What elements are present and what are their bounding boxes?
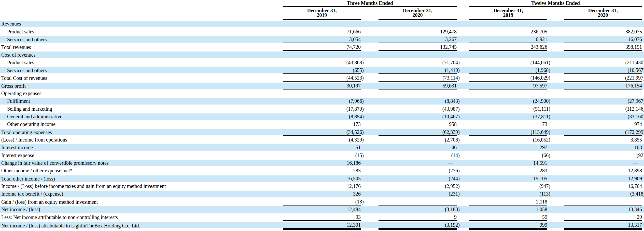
cell-value: 398,151 — [625, 44, 642, 50]
table-row: Gross profit30,19759,63197,597176,154 — [0, 83, 644, 89]
value-cell: 132,745 — [379, 44, 457, 51]
value-cell: (10,467) — [379, 113, 457, 120]
value-cell: 46 — [379, 144, 457, 151]
row-label: Gain / (loss) from an equity method inve… — [0, 199, 283, 205]
value-cell: (3,183) — [379, 206, 457, 213]
cell-value: — — [633, 199, 638, 205]
cell-value: 974 — [634, 121, 642, 127]
value-cell: (37,811) — [469, 113, 547, 120]
table-row: Other income / other expense, net*283(27… — [0, 168, 644, 174]
value-cell: (43,987) — [379, 106, 457, 112]
table-row: Other operating income173958173974 — [0, 121, 644, 127]
cell-value: 3,054 — [349, 36, 361, 43]
value-cell: 398,151 — [564, 44, 642, 51]
column-header-dec-31-2019-3m: December 31, 2019 — [283, 7, 361, 20]
column-header-dec-31-2020-3m: December 31, 2020 — [379, 7, 457, 20]
value-cell: (24,900) — [469, 98, 547, 104]
cell-value: (73,114) — [442, 75, 460, 81]
value-cell: (113,649) — [469, 129, 547, 136]
value-cell: (947) — [469, 183, 547, 189]
row-label: Gross profit — [0, 83, 283, 89]
row-label: Interest expense — [0, 152, 283, 159]
value-cell: 59,631 — [379, 83, 457, 89]
table-row: (Loss) / Income from operations(4,329)(2… — [0, 137, 644, 143]
row-label: Services and others — [0, 36, 283, 43]
cell-value: 129,478 — [440, 29, 457, 35]
row-label: Income tax benefit / (expense) — [0, 191, 283, 197]
value-cell: 3,855 — [564, 137, 642, 143]
value-cell: (1,968) — [469, 67, 547, 74]
header-column-row: December 31, 2019 December 31, 2020 Dece… — [0, 7, 644, 20]
cell-value: (1,968) — [536, 67, 550, 73]
value-cell: 974 — [564, 121, 642, 127]
cell-value: 93 — [356, 214, 361, 220]
cell-value: 16,186 — [347, 160, 361, 166]
value-cell: 15,105 — [469, 175, 547, 182]
table-row: Net income / (loss)12,484(3,183)1,05813,… — [0, 206, 644, 213]
value-cell: (3,418) — [564, 191, 642, 197]
value-cell: (66) — [469, 152, 547, 159]
cell-value: 46 — [452, 144, 457, 151]
cell-value: 173 — [540, 121, 547, 127]
table-body: RevenuesProduct sales71,666129,478236,70… — [0, 21, 644, 228]
table-row: Selling and marketing(17,879)(43,987)(51… — [0, 106, 644, 112]
row-label: Income / (Loss) before income taxes and … — [0, 183, 283, 189]
value-cell: (43,868) — [283, 59, 361, 66]
value-cell: (62,339) — [379, 129, 457, 136]
row-label: Product sales — [0, 59, 283, 66]
value-cell: 12,898 — [564, 168, 642, 174]
income-statement-table: Three Months Ended Twelve Months Ended D… — [0, 0, 644, 231]
table-row: Cost of revenues — [0, 52, 644, 58]
cell-value: (15) — [355, 152, 364, 159]
value-cell: (73,114) — [379, 75, 457, 82]
cell-value: (92) — [637, 152, 644, 159]
value-cell: (113) — [469, 191, 547, 197]
table-row: Income / (Loss) before income taxes and … — [0, 183, 644, 189]
value-cell: (71,704) — [379, 59, 457, 66]
value-cell: — — [564, 199, 642, 206]
row-label: Less: Net income attributable to non-con… — [0, 214, 283, 221]
cell-value: (2,952) — [445, 183, 460, 189]
cell-value: (7,966) — [349, 98, 364, 104]
cell-value: (244) — [449, 175, 460, 182]
value-cell — [283, 52, 361, 58]
cell-value: (34,526) — [346, 129, 364, 135]
value-cell: (7,966) — [283, 98, 361, 104]
cell-value: (71,704) — [442, 59, 460, 66]
value-cell: 16,764 — [564, 183, 642, 189]
cell-value: 283 — [353, 168, 361, 174]
row-label: Change in fair value of convertible prom… — [0, 160, 283, 166]
table-row: Product sales71,666129,478236,705382,075 — [0, 28, 644, 35]
cell-value: — — [448, 199, 453, 205]
row-label: Total Cost of revenues — [0, 75, 283, 81]
value-cell — [469, 52, 547, 58]
cell-value: (221,997) — [625, 75, 644, 81]
value-cell: (231) — [379, 191, 457, 197]
value-cell — [564, 52, 642, 58]
value-cell: 2,118 — [469, 199, 547, 206]
cell-value: 16,076 — [628, 36, 642, 43]
value-cell: 1,058 — [469, 206, 547, 213]
value-cell: 29 — [564, 214, 642, 221]
value-cell: 12,909 — [564, 175, 642, 182]
value-cell: 283 — [469, 168, 547, 174]
table-row: Interest expense(15)(14)(66)(92) — [0, 152, 644, 159]
table-row: General and administrative(8,854)(10,467… — [0, 113, 644, 120]
cell-value: (655) — [353, 67, 364, 73]
cell-value: (66) — [542, 152, 550, 159]
value-cell: (2,708) — [379, 137, 457, 143]
value-cell: — — [564, 160, 642, 166]
value-cell: (172,299) — [564, 129, 642, 136]
row-label: Total operating expenses — [0, 129, 283, 136]
value-cell: (44,523) — [283, 75, 361, 82]
value-cell: 12,176 — [283, 183, 361, 189]
value-cell: 13,346 — [564, 206, 642, 213]
cell-value: (172,299) — [625, 129, 644, 135]
value-cell: 382,075 — [564, 28, 642, 35]
value-cell: (655) — [283, 67, 361, 74]
value-cell: 30,197 — [283, 83, 361, 89]
value-cell: 16,076 — [564, 36, 642, 43]
table-row: Total other income / (loss)16,505(244)15… — [0, 175, 644, 182]
row-label: Total other income / (loss) — [0, 176, 283, 182]
row-label: Services and others — [0, 67, 283, 74]
